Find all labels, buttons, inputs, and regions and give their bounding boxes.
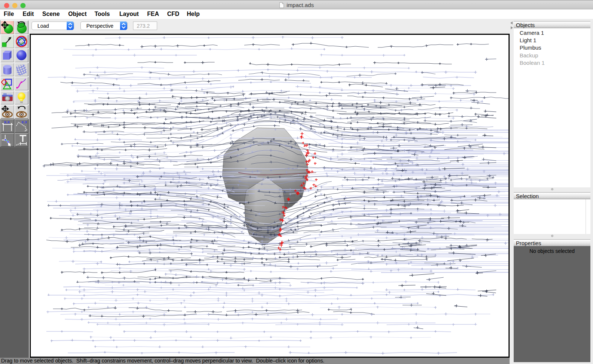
svg-text:x.x: x.x [4, 120, 10, 124]
svg-text:x.x: x.x [21, 120, 27, 124]
